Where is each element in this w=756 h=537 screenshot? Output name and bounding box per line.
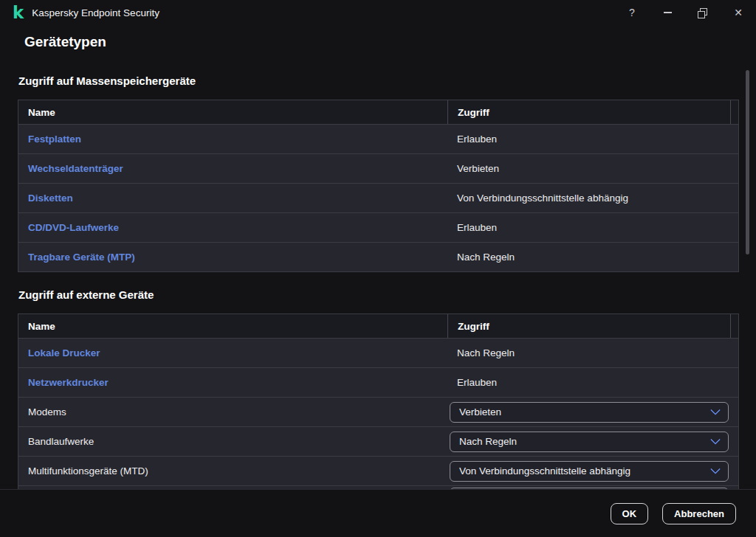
ok-button[interactable]: OK [611, 503, 649, 524]
access-value: Erlauben [447, 377, 497, 388]
dialog-footer: OK Abbrechen [0, 489, 756, 537]
column-header-stub [730, 314, 738, 338]
kaspersky-logo-icon: k [13, 5, 24, 20]
access-dropdown[interactable]: Von Verbindungsschnittstelle abhängig [450, 461, 729, 482]
external-devices-table: NameZugriffLokale DruckerNach RegelnNetz… [18, 313, 739, 490]
column-header-name: Name [18, 100, 447, 124]
table-row: ModemsVerbieten [18, 397, 738, 426]
help-button[interactable]: ? [614, 0, 650, 25]
device-name: Modems [28, 406, 66, 418]
column-header-name: Name [18, 314, 447, 338]
table-row: WechseldatenträgerVerbieten [18, 153, 738, 183]
column-header-access: Zugriff [447, 314, 730, 338]
access-value: Verbieten [447, 163, 499, 174]
device-link[interactable]: Lokale Drucker [28, 347, 100, 358]
restore-button[interactable] [685, 0, 721, 25]
access-value: Nach Regeln [447, 252, 515, 263]
table-row: DiskettenVon Verbindungsschnittstelle ab… [18, 183, 738, 212]
chevron-down-icon [710, 434, 721, 445]
dropdown-value: Von Verbindungsschnittstelle abhängig [459, 465, 630, 477]
table-row: Tragbare Geräte (MTP)Nach Regeln [18, 242, 738, 271]
table-row: BandlaufwerkeNach Regeln [18, 426, 738, 456]
close-button[interactable]: ✕ [721, 0, 756, 25]
scrollbar-thumb[interactable] [746, 70, 749, 254]
device-name: Bandlaufwerke [28, 436, 94, 447]
device-link[interactable]: Disketten [28, 193, 73, 204]
column-header-access: Zugriff [447, 100, 730, 124]
title-bar: k Kaspersky Endpoint Security ? ✕ [0, 0, 756, 25]
section-heading-mass-storage: Zugriff auf Massenspeichergeräte [18, 75, 196, 87]
chevron-down-icon [710, 464, 721, 474]
restore-icon [700, 8, 707, 15]
access-dropdown[interactable]: Verbieten [450, 402, 729, 423]
minimize-button[interactable] [650, 0, 685, 25]
device-link[interactable]: CD/DVD-Laufwerke [28, 222, 119, 233]
access-value: Erlauben [447, 134, 497, 145]
table-header: NameZugriff [18, 100, 738, 125]
access-value: Nach Regeln [447, 347, 515, 358]
cancel-button[interactable]: Abbrechen [662, 503, 736, 524]
chevron-down-icon [710, 405, 721, 415]
table-row: NetzwerkdruckerErlauben [18, 367, 738, 397]
device-link[interactable]: Wechseldatenträger [28, 163, 123, 174]
mass-storage-table: NameZugriffFestplattenErlaubenWechseldat… [18, 100, 739, 272]
device-name: Multifunktionsgeräte (MTD) [28, 465, 148, 477]
table-row: Lokale DruckerNach Regeln [18, 339, 738, 367]
access-value: Erlauben [447, 222, 497, 233]
dropdown-value: Verbieten [459, 406, 501, 418]
window-controls: ? ✕ [614, 0, 756, 25]
section-heading-external-devices: Zugriff auf externe Geräte [18, 288, 154, 301]
table-header: NameZugriff [18, 314, 738, 339]
table-row: FestplattenErlauben [18, 125, 738, 153]
access-dropdown[interactable]: Nach Regeln [450, 432, 729, 452]
access-value: Von Verbindungsschnittstelle abhängig [447, 193, 628, 204]
device-link[interactable]: Tragbare Geräte (MTP) [28, 252, 135, 263]
app-title: Kaspersky Endpoint Security [32, 7, 159, 18]
table-row: CD/DVD-LaufwerkeErlauben [18, 212, 738, 242]
dropdown-value: Nach Regeln [459, 436, 517, 447]
device-link[interactable]: Festplatten [28, 134, 81, 145]
column-header-stub [730, 100, 738, 124]
page-title: Gerätetypen [24, 34, 106, 50]
device-link[interactable]: Netzwerkdrucker [28, 377, 109, 388]
table-row: Multifunktionsgeräte (MTD)Von Verbindung… [18, 456, 738, 485]
minimize-icon [664, 12, 672, 13]
